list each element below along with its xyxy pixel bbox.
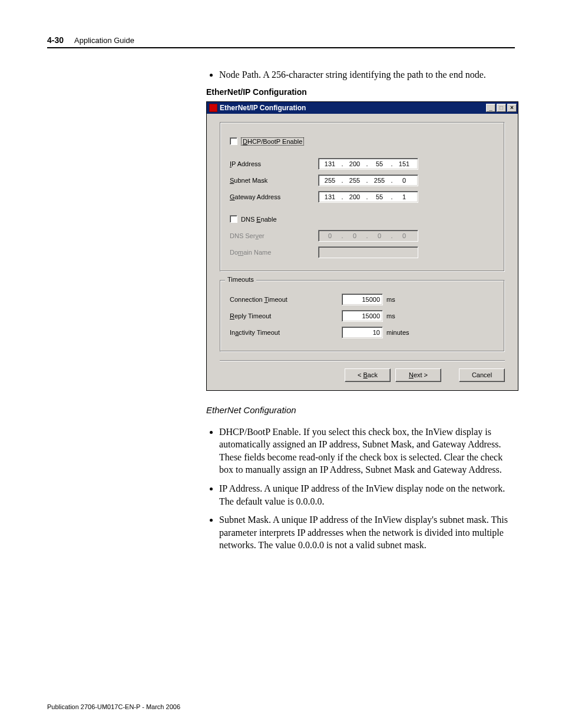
subnet-mask-input[interactable]: 255. 255. 255. 0 — [318, 174, 418, 186]
inactivity-timeout-label: Inactivity Timeout — [230, 329, 342, 336]
page-number: 4-30 — [47, 35, 64, 45]
timeouts-legend: Timeouts — [225, 276, 256, 283]
ip-settings-group: DHCP/BootP Enable IP Address 131. 200. 5… — [220, 122, 505, 272]
dialog-title: EtherNet/IP Configuration — [220, 104, 486, 112]
gateway-address-input[interactable]: 131. 200. 55. 1 — [318, 191, 418, 203]
dhcp-label[interactable]: DHCP/BootP Enable — [241, 137, 304, 146]
figure-caption-bold: EtherNet/IP Configuration — [206, 87, 518, 97]
list-item: IP Address. A unique IP address of the I… — [219, 482, 518, 508]
domain-name-input — [318, 246, 418, 258]
maximize-button: □ — [497, 104, 506, 112]
back-button[interactable]: < Back — [345, 368, 391, 382]
dns-enable-row: DNS Enable — [230, 213, 495, 225]
next-button[interactable]: Next > — [395, 368, 441, 382]
minimize-button[interactable]: _ — [486, 104, 495, 112]
reply-timeout-input[interactable]: 15000 — [342, 310, 383, 322]
close-button[interactable]: × — [507, 104, 517, 112]
domain-name-label: Domain Name — [230, 249, 318, 256]
dhcp-checkbox[interactable] — [230, 137, 237, 145]
connection-timeout-label: Connection Timeout — [230, 296, 342, 303]
subnet-mask-label: Subnet Mask — [230, 177, 318, 184]
app-icon — [209, 104, 217, 112]
reply-timeout-unit: ms — [386, 312, 395, 319]
dhcp-row: DHCP/BootP Enable — [230, 136, 495, 147]
inactivity-timeout-input[interactable]: 10 — [342, 327, 383, 338]
intro-bullet: Node Path. A 256-character string identi… — [219, 68, 518, 81]
cancel-button[interactable]: Cancel — [459, 368, 505, 382]
dns-server-input: 0. 0. 0. 0 — [318, 230, 418, 242]
gateway-address-label: Gateway Address — [230, 193, 318, 200]
header-title: Application Guide — [74, 36, 134, 45]
figure-caption-italic: EtherNet Configuration — [206, 405, 518, 415]
timeouts-group: Timeouts Connection Timeout 15000 ms Rep… — [220, 280, 505, 352]
publication-footer: Publication 2706-UM017C-EN-P - March 200… — [47, 703, 180, 710]
reply-timeout-label: Reply Timeout — [230, 312, 342, 319]
dns-enable-label[interactable]: DNS Enable — [241, 216, 277, 223]
ip-address-input[interactable]: 131. 200. 55. 151 — [318, 158, 418, 170]
inactivity-timeout-unit: minutes — [386, 329, 409, 336]
description-list: DHCP/BootP Enable. If you select this ch… — [206, 426, 518, 552]
separator — [220, 360, 505, 361]
dns-server-label: DNS Server — [230, 232, 318, 239]
intro-list: Node Path. A 256-character string identi… — [206, 68, 518, 81]
dns-enable-checkbox[interactable] — [230, 215, 237, 223]
ip-address-label: IP Address — [230, 160, 318, 167]
list-item: DHCP/BootP Enable. If you select this ch… — [219, 426, 518, 476]
dialog-titlebar: EtherNet/IP Configuration _ □ × — [207, 102, 518, 114]
list-item: Subnet Mask. A unique IP address of the … — [219, 513, 518, 552]
connection-timeout-unit: ms — [386, 296, 395, 303]
connection-timeout-input[interactable]: 15000 — [342, 294, 383, 305]
page-header: 4-30 Application Guide — [47, 35, 515, 48]
ethernet-config-dialog: EtherNet/IP Configuration _ □ × DHCP/Boo… — [206, 101, 518, 391]
